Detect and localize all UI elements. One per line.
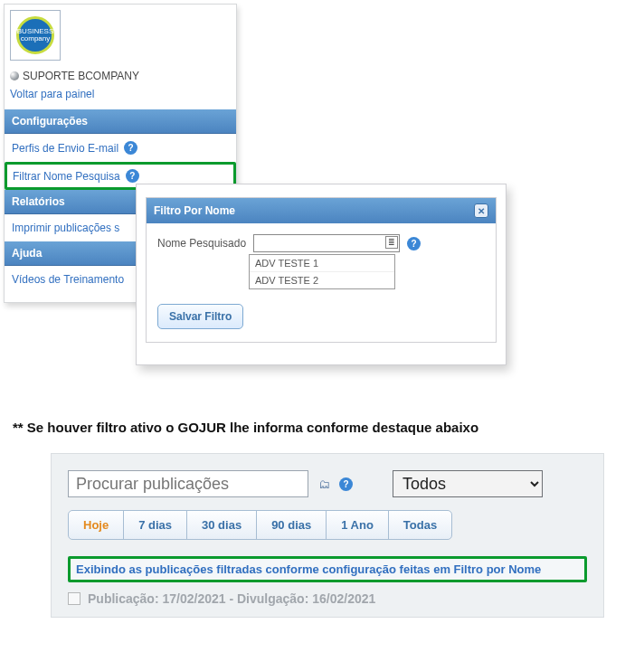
sidebar-item-label: Filtrar Nome Pesquisa (13, 170, 120, 183)
status-select[interactable]: Todos (393, 470, 543, 497)
active-filter-banner: Exibindo as publicações filtradas confor… (68, 556, 587, 582)
company-logo: BUSINESS company (10, 10, 61, 61)
publications-panel: 🗂 ? Todos Hoje 7 dias 30 dias 90 dias 1 … (51, 453, 604, 618)
popover-title: Filtro Por Nome (154, 204, 235, 217)
result-row: Publicação: 17/02/2021 - Divulgação: 16/… (68, 591, 587, 606)
dropdown-option[interactable]: ADV TESTE 2 (250, 271, 394, 288)
logo-text: BUSINESS company (16, 16, 54, 54)
help-icon[interactable]: ? (407, 237, 421, 250)
row-checkbox[interactable] (68, 592, 80, 605)
popover-body: Nome Pesquisado ≣ ? ADV TESTE 1 ADV TEST… (147, 223, 496, 291)
section-header-config: Configurações (5, 109, 236, 134)
info-note: ** Se houver filtro ativo o GOJUR lhe in… (13, 420, 631, 435)
user-line: SUPORTE BCOMPANY (5, 66, 236, 88)
date-range-tabs: Hoje 7 dias 30 dias 90 dias 1 Ano Todas (68, 510, 452, 540)
user-name: SUPORTE BCOMPANY (23, 70, 139, 82)
sidebar-item-label: Perfis de Envio E-mail (12, 142, 118, 155)
sidebar-item-label: Imprimir publicações s (12, 222, 119, 234)
sidebar-item-perfis[interactable]: Perfis de Envio E-mail ? (5, 134, 236, 162)
save-filter-button[interactable]: Salvar Filtro (157, 304, 243, 329)
filter-popover: Filtro Por Nome ✕ Nome Pesquisado ≣ ? AD… (136, 184, 507, 365)
help-icon[interactable]: ? (339, 477, 353, 491)
search-row: 🗂 ? Todos (68, 470, 587, 497)
nome-pesquisado-input[interactable] (253, 234, 400, 252)
dropdown-option[interactable]: ADV TESTE 1 (250, 255, 394, 271)
tab-1ano[interactable]: 1 Ano (327, 511, 389, 539)
search-input[interactable] (68, 470, 308, 497)
filter-inner: Filtro Por Nome ✕ Nome Pesquisado ≣ ? AD… (146, 197, 497, 343)
popover-header: Filtro Por Nome ✕ (147, 198, 496, 223)
help-icon[interactable]: ? (126, 169, 139, 183)
tab-7dias[interactable]: 7 dias (124, 511, 187, 539)
close-icon[interactable]: ✕ (474, 203, 488, 218)
tab-hoje[interactable]: Hoje (69, 511, 124, 539)
logo-container: BUSINESS company (5, 5, 236, 66)
tab-90dias[interactable]: 90 dias (257, 511, 327, 539)
sidebar-item-label: Vídeos de Treinamento (12, 273, 124, 286)
dropdown-handle-icon[interactable]: ≣ (385, 236, 398, 249)
nome-dropdown-list: ADV TESTE 1 ADV TESTE 2 (249, 254, 395, 289)
back-to-panel-link[interactable]: Voltar para painel (10, 88, 94, 100)
result-line-text: Publicação: 17/02/2021 - Divulgação: 16/… (88, 591, 375, 606)
back-link-wrap: Voltar para painel (5, 88, 236, 109)
tab-todas[interactable]: Todas (389, 511, 451, 539)
label-nome-pesquisado: Nome Pesquisado (157, 237, 246, 250)
status-dot-icon (10, 71, 19, 80)
search-action-icon[interactable]: 🗂 (316, 476, 332, 492)
tab-30dias[interactable]: 30 dias (187, 511, 257, 539)
help-icon[interactable]: ? (124, 141, 137, 155)
